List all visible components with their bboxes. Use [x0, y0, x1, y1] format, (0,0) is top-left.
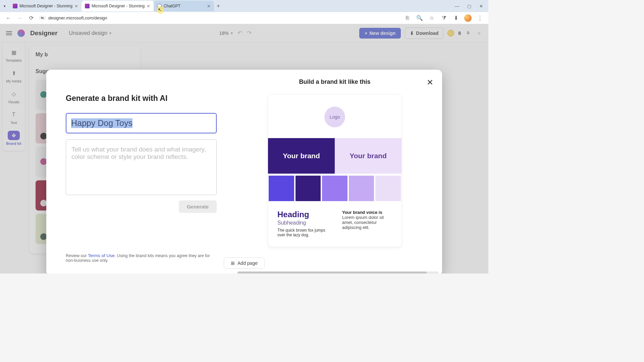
- brand-description-textarea[interactable]: Tell us what your brand does and what im…: [66, 139, 217, 195]
- terms-link[interactable]: Terms of Use: [88, 253, 115, 258]
- typography-heading: Heading: [277, 210, 334, 219]
- downloads-icon[interactable]: ⬇: [452, 14, 460, 22]
- swatch: [375, 176, 401, 201]
- swatch: [349, 176, 374, 201]
- legal-pre: Review our: [66, 253, 88, 258]
- close-icon[interactable]: ✕: [427, 78, 433, 87]
- browser-tab-1[interactable]: Microsoft Designer - Stunning ✕: [9, 1, 82, 11]
- zoom-icon[interactable]: 🔍: [416, 14, 423, 22]
- minimize-icon[interactable]: —: [455, 4, 459, 9]
- more-menu-icon[interactable]: ⋮: [476, 14, 484, 22]
- swatch: [269, 176, 294, 201]
- browser-tab-3[interactable]: ChatGPT ✕: [154, 1, 214, 11]
- generate-button[interactable]: Generate: [179, 200, 217, 213]
- address-bar: ← → ⟳ ⇆ designer.microsoft.com/design ⎘ …: [0, 12, 488, 24]
- tab-favicon: [85, 4, 90, 8]
- add-page-button[interactable]: ⊞ Add page: [224, 257, 265, 269]
- swatch: [296, 176, 321, 201]
- tab-title: ChatGPT: [164, 4, 180, 8]
- voice-heading: Your brand voice is: [342, 210, 392, 215]
- back-icon[interactable]: ←: [5, 14, 12, 22]
- horizontal-scrollbar[interactable]: [237, 272, 439, 274]
- reload-icon[interactable]: ⟳: [28, 14, 35, 22]
- legal-text: Review our Terms of Use. Using the brand…: [66, 253, 217, 265]
- close-icon[interactable]: ✕: [74, 4, 78, 9]
- tab-list-dropdown[interactable]: ▾: [0, 4, 9, 8]
- tab-favicon: [157, 4, 162, 8]
- brand-kit-preview: Logo Your brand Your brand Heading Subhe…: [268, 94, 402, 247]
- maximize-icon[interactable]: ▢: [467, 4, 471, 9]
- url-field[interactable]: ⇆ designer.microsoft.com/design: [39, 15, 400, 20]
- logo-placeholder: Logo: [324, 107, 345, 127]
- url-text: designer.microsoft.com/design: [48, 15, 107, 20]
- forward-icon[interactable]: →: [16, 14, 23, 22]
- color-palette: [268, 174, 401, 202]
- typography-subheading: Subheading: [277, 220, 334, 226]
- voice-body: Lorem ipsum dolor sit amet, consectetur …: [342, 215, 392, 230]
- bookmark-icon[interactable]: ☆: [428, 14, 435, 22]
- close-icon[interactable]: ✕: [207, 4, 211, 9]
- new-tab-button[interactable]: +: [214, 3, 222, 9]
- browser-tab-strip: ▾ Microsoft Designer - Stunning ✕ Micros…: [0, 0, 488, 12]
- tab-title: Microsoft Designer - Stunning: [92, 4, 145, 8]
- typography-sample: The quick brown fox jumps over the lazy …: [277, 228, 334, 237]
- preview-title: Build a brand kit like this: [248, 78, 422, 85]
- install-app-icon[interactable]: ⎘: [404, 14, 411, 22]
- brand-name-input[interactable]: Happy Dog Toys: [66, 113, 217, 133]
- swatch: [322, 176, 347, 201]
- site-info-icon[interactable]: ⇆: [39, 16, 46, 20]
- add-page-label: Add page: [237, 260, 258, 266]
- modal-title: Generate a brand kit with AI: [66, 94, 217, 103]
- brand-name-value: Happy Dog Toys: [71, 118, 132, 128]
- plus-box-icon: ⊞: [231, 260, 235, 266]
- extensions-icon[interactable]: ⧩: [440, 14, 447, 22]
- browser-tab-2[interactable]: Microsoft Designer - Stunning ✕: [82, 1, 154, 11]
- brand-light-tile: Your brand: [335, 138, 401, 174]
- brand-kit-modal: Generate a brand kit with AI Happy Dog T…: [46, 70, 442, 274]
- tab-favicon: [13, 4, 17, 8]
- close-window-icon[interactable]: ✕: [479, 4, 483, 9]
- profile-avatar[interactable]: [464, 14, 472, 22]
- close-icon[interactable]: ✕: [147, 4, 150, 9]
- brand-dark-tile: Your brand: [268, 138, 335, 174]
- tab-title: Microsoft Designer - Stunning: [19, 4, 72, 8]
